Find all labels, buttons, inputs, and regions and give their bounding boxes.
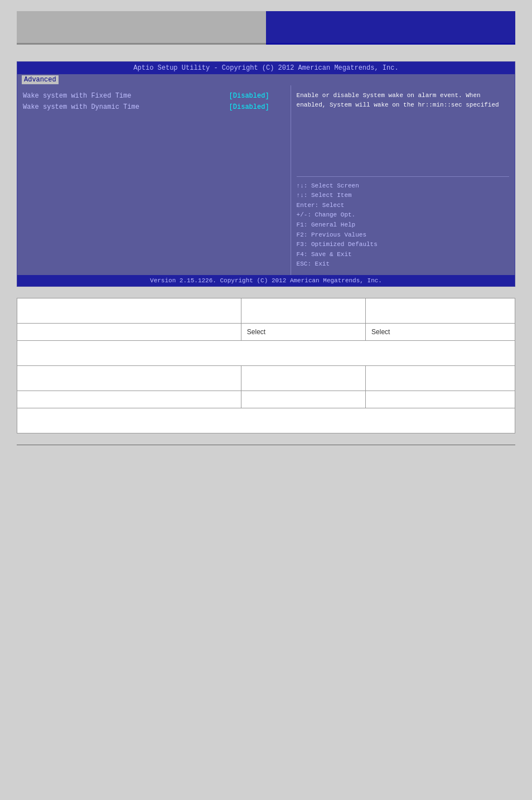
bios-options-panel: Wake system with Fixed Time [Disabled] W… xyxy=(17,85,291,275)
top-bar xyxy=(17,11,515,45)
bios-help-panel: Enable or disable System wake on alarm e… xyxy=(291,85,515,275)
bios-key-3: +/-: Change Opt. xyxy=(297,210,509,220)
top-bar-right xyxy=(266,11,515,45)
table-row-3 xyxy=(17,341,515,366)
table-cell-2-2[interactable]: Select xyxy=(241,324,365,341)
table-cell-6-full xyxy=(17,408,515,433)
table-row-6 xyxy=(17,408,515,433)
bios-menu-advanced[interactable]: Advanced xyxy=(22,75,59,84)
bios-title: Aptio Setup Utility - Copyright (C) 2012… xyxy=(17,62,515,74)
bios-key-0: ↑↓: Select Screen xyxy=(297,181,509,191)
table-cell-4-2 xyxy=(241,366,365,391)
table-cell-4-1 xyxy=(17,366,241,391)
bios-help-text: Enable or disable System wake on alarm e… xyxy=(297,91,509,172)
bottom-divider xyxy=(17,445,515,445)
bios-key-1: ↑↓: Select Item xyxy=(297,191,509,201)
table-cell-5-2 xyxy=(241,391,365,408)
bios-key-5: F2: Previous Values xyxy=(297,230,509,240)
table-row-2: Select Select xyxy=(17,324,515,341)
bios-screen: Aptio Setup Utility - Copyright (C) 2012… xyxy=(17,61,515,287)
bios-option-label-1: Wake system with Dynamic Time xyxy=(23,103,229,111)
bios-key-4: F1: General Help xyxy=(297,220,509,230)
bios-help-divider xyxy=(297,176,509,177)
bios-option-row-1: Wake system with Dynamic Time [Disabled] xyxy=(23,103,285,111)
table-cell-4-3 xyxy=(366,366,515,391)
table-cell-5-1 xyxy=(17,391,241,408)
table-cell-1-3 xyxy=(366,298,515,324)
table-cell-1-2 xyxy=(241,298,365,324)
table-row-4 xyxy=(17,366,515,391)
bios-body: Wake system with Fixed Time [Disabled] W… xyxy=(17,85,515,275)
bios-option-value-0[interactable]: [Disabled] xyxy=(229,92,285,100)
top-bar-left xyxy=(17,11,266,45)
bios-footer: Version 2.15.1226. Copyright (C) 2012 Am… xyxy=(17,275,515,286)
table-cell-1-1 xyxy=(17,298,241,324)
table-row-1 xyxy=(17,298,515,324)
table-cell-2-1 xyxy=(17,324,241,341)
info-table-section: Select Select xyxy=(17,298,515,433)
bios-menu-bar: Advanced xyxy=(17,74,515,85)
bios-option-label-0: Wake system with Fixed Time xyxy=(23,92,229,100)
info-table: Select Select xyxy=(17,298,515,433)
bios-key-list: ↑↓: Select Screen ↑↓: Select Item Enter:… xyxy=(297,181,509,269)
table-cell-3-full xyxy=(17,341,515,366)
table-cell-5-3 xyxy=(366,391,515,408)
bios-key-7: F4: Save & Exit xyxy=(297,250,509,260)
bios-option-value-1[interactable]: [Disabled] xyxy=(229,103,285,111)
table-cell-2-3[interactable]: Select xyxy=(366,324,515,341)
bios-key-8: ESC: Exit xyxy=(297,259,509,269)
bios-key-2: Enter: Select xyxy=(297,201,509,211)
bios-key-6: F3: Optimized Defaults xyxy=(297,240,509,250)
bios-option-row-0: Wake system with Fixed Time [Disabled] xyxy=(23,92,285,100)
table-row-5 xyxy=(17,391,515,408)
